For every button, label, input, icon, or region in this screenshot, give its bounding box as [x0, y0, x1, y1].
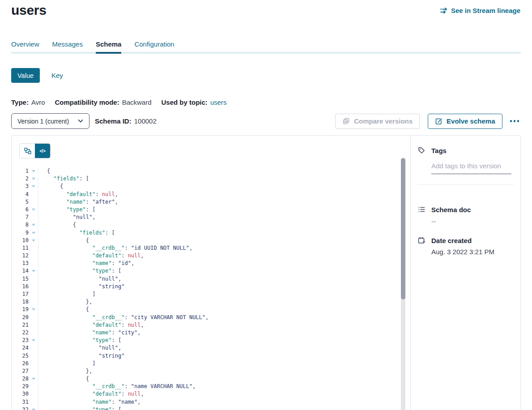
code-gutter: 31 [12, 398, 38, 406]
code-text: "default": null, [38, 252, 144, 260]
code-line: 5 "name": "after", [12, 198, 410, 206]
fold-spacer [29, 198, 38, 206]
code-editor[interactable]: 1{2 "fields": [3 {4 "default": null,5 "n… [12, 167, 410, 410]
schema-view-toggle: </> [19, 143, 51, 158]
code-text: "null", [38, 275, 121, 283]
code-text: "name": "name", [38, 398, 141, 406]
scrollbar-thumb[interactable] [401, 158, 405, 299]
code-gutter: 21 [12, 321, 38, 329]
fold-spacer [29, 298, 38, 306]
meta-value: Avro [31, 98, 45, 106]
schema-doc-section: Schema doc -- [411, 205, 520, 225]
tree-view-button[interactable] [20, 144, 35, 158]
code-text: }, [38, 298, 92, 306]
topic-link[interactable]: users [210, 98, 227, 106]
code-line: 9 "fields": [ [12, 229, 410, 237]
tags-input[interactable] [431, 162, 511, 170]
fold-arrow-icon[interactable] [29, 183, 38, 190]
value-toggle-button[interactable]: Value [11, 68, 40, 83]
line-number: 5 [12, 198, 29, 206]
code-text: "name": "after", [38, 198, 118, 206]
code-view-icon: </> [40, 149, 46, 154]
stream-lineage-label: See in Stream lineage [451, 7, 520, 14]
code-line: 11 "__crdb__": "id UUID NOT NULL", [12, 244, 410, 252]
code-text: ] [38, 360, 95, 367]
fold-arrow-icon[interactable] [29, 406, 38, 410]
code-view-button[interactable]: </> [35, 144, 50, 158]
fold-spacer [29, 314, 38, 321]
code-text: { [38, 183, 63, 190]
schema-doc-value: -- [431, 218, 511, 225]
fold-spacer [29, 214, 38, 221]
code-line: 6 "type": [ [12, 206, 410, 214]
code-gutter: 11 [12, 244, 38, 252]
version-select-value: Version 1 (current) [17, 118, 69, 125]
code-line: 17 ] [12, 290, 410, 298]
schema-meta: Type:AvroCompatibility mode:BackwardUsed… [11, 98, 227, 106]
fold-spacer [29, 398, 38, 406]
tags-input-wrap [431, 162, 511, 174]
line-number: 7 [12, 214, 29, 221]
code-gutter: 12 [12, 252, 38, 260]
tab-overview[interactable]: Overview [11, 40, 39, 54]
stream-lineage-link[interactable]: See in Stream lineage [440, 7, 520, 14]
evolve-schema-label: Evolve schema [447, 117, 495, 125]
more-options-button[interactable] [508, 114, 521, 129]
tab-messages[interactable]: Messages [52, 40, 83, 54]
code-gutter: 6 [12, 206, 38, 214]
line-number: 12 [12, 252, 29, 260]
code-gutter: 17 [12, 290, 38, 298]
line-number: 23 [12, 337, 29, 344]
line-number: 29 [12, 383, 29, 390]
schema-doc-title: Schema doc [431, 206, 471, 214]
fold-spacer [29, 367, 38, 375]
version-select[interactable]: Version 1 (current) [11, 113, 89, 129]
evolve-schema-button[interactable]: Evolve schema [428, 114, 502, 129]
code-gutter: 29 [12, 383, 38, 390]
fold-arrow-icon[interactable] [29, 306, 38, 313]
fold-spacer [29, 191, 38, 198]
line-number: 25 [12, 352, 29, 360]
line-number: 28 [12, 375, 29, 383]
line-number: 9 [12, 229, 29, 237]
code-text: "default": null, [38, 321, 144, 329]
fold-spacer [29, 244, 38, 252]
fold-arrow-icon[interactable] [29, 175, 38, 183]
code-text: "type": [ [38, 337, 121, 344]
fold-arrow-icon[interactable] [29, 267, 38, 275]
meta-item: Type:Avro [11, 98, 45, 106]
line-number: 19 [12, 306, 29, 313]
dot-icon [510, 120, 512, 122]
key-toggle-button[interactable]: Key [51, 72, 63, 79]
tab-configuration[interactable]: Configuration [134, 40, 174, 54]
code-line: 16 "string" [12, 283, 410, 290]
code-gutter: 10 [12, 237, 38, 244]
fold-spacer [29, 360, 38, 367]
date-created-title: Date created [431, 237, 472, 244]
code-gutter: 30 [12, 390, 38, 398]
code-gutter: 24 [12, 344, 38, 352]
tab-bar: OverviewMessagesSchemaConfiguration [11, 40, 521, 54]
fold-arrow-icon[interactable] [29, 375, 38, 383]
fold-arrow-icon[interactable] [29, 206, 38, 214]
code-line: 32 "type": [ [12, 406, 410, 410]
code-line: 19 { [12, 306, 410, 313]
code-text: "__crdb__": "city VARCHAR NOT NULL", [38, 314, 209, 321]
fold-arrow-icon[interactable] [29, 221, 38, 229]
schema-page: users See in Stream lineage OverviewMess… [0, 0, 532, 410]
code-gutter: 8 [12, 221, 38, 229]
code-text: { [38, 375, 89, 383]
line-number: 4 [12, 191, 29, 198]
code-gutter: 2 [12, 175, 38, 183]
scrollbar[interactable] [401, 158, 405, 410]
fold-arrow-icon[interactable] [29, 237, 38, 244]
line-number: 21 [12, 321, 29, 329]
compare-versions-button[interactable]: Compare versions [335, 114, 420, 129]
tab-schema[interactable]: Schema [96, 40, 122, 54]
fold-arrow-icon[interactable] [29, 337, 38, 344]
code-text: ] [38, 290, 95, 298]
schema-code-panel: </> 1{2 "fields": [3 {4 "default": null,… [12, 136, 411, 410]
fold-arrow-icon[interactable] [29, 167, 38, 175]
code-text: { [38, 237, 89, 244]
fold-arrow-icon[interactable] [29, 229, 38, 237]
